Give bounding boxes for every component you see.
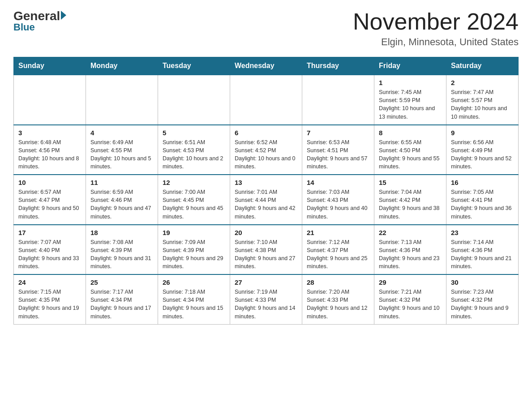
calendar-cell: 9Sunrise: 6:56 AM Sunset: 4:49 PM Daylig… [446,125,519,175]
day-info: Sunrise: 6:57 AM Sunset: 4:47 PM Dayligh… [18,188,81,221]
day-number: 10 [18,179,81,186]
day-number: 16 [451,179,514,186]
day-info: Sunrise: 7:13 AM Sunset: 4:36 PM Dayligh… [379,238,442,271]
calendar-cell [14,75,86,125]
day-number: 27 [235,278,297,286]
day-info: Sunrise: 6:51 AM Sunset: 4:53 PM Dayligh… [163,138,225,171]
calendar-body: 1Sunrise: 7:45 AM Sunset: 5:59 PM Daylig… [14,75,519,324]
day-number: 7 [307,129,369,137]
weekday-header-sunday: Sunday [14,57,86,75]
day-info: Sunrise: 6:49 AM Sunset: 4:55 PM Dayligh… [90,138,153,171]
calendar-cell: 26Sunrise: 7:18 AM Sunset: 4:34 PM Dayli… [158,274,230,324]
day-number: 18 [90,229,153,236]
day-number: 2 [451,79,514,86]
day-number: 17 [18,229,81,236]
calendar-week-row: 10Sunrise: 6:57 AM Sunset: 4:47 PM Dayli… [14,175,519,225]
day-number: 29 [379,278,442,286]
calendar-cell: 29Sunrise: 7:21 AM Sunset: 4:32 PM Dayli… [374,274,446,324]
page-header: General Blue November 2024 Elgin, Minnes… [13,9,519,48]
day-info: Sunrise: 7:04 AM Sunset: 4:42 PM Dayligh… [379,188,442,221]
day-info: Sunrise: 6:56 AM Sunset: 4:49 PM Dayligh… [451,138,514,171]
calendar-week-row: 1Sunrise: 7:45 AM Sunset: 5:59 PM Daylig… [14,75,519,125]
calendar-week-row: 24Sunrise: 7:15 AM Sunset: 4:35 PM Dayli… [14,274,519,324]
day-info: Sunrise: 7:20 AM Sunset: 4:33 PM Dayligh… [307,288,369,321]
day-number: 4 [90,129,153,137]
calendar-cell: 28Sunrise: 7:20 AM Sunset: 4:33 PM Dayli… [302,274,374,324]
weekday-header-tuesday: Tuesday [158,57,230,75]
day-info: Sunrise: 7:23 AM Sunset: 4:32 PM Dayligh… [451,288,514,321]
day-number: 30 [451,278,514,286]
day-info: Sunrise: 7:12 AM Sunset: 4:37 PM Dayligh… [307,238,369,271]
location: Elgin, Minnesota, United States [353,36,519,48]
day-number: 8 [379,129,442,137]
day-info: Sunrise: 7:01 AM Sunset: 4:44 PM Dayligh… [235,188,297,221]
day-info: Sunrise: 7:19 AM Sunset: 4:33 PM Dayligh… [235,288,297,321]
day-info: Sunrise: 7:09 AM Sunset: 4:39 PM Dayligh… [163,238,225,271]
weekday-header-monday: Monday [86,57,158,75]
calendar-cell: 14Sunrise: 7:03 AM Sunset: 4:43 PM Dayli… [302,175,374,225]
calendar-cell: 7Sunrise: 6:53 AM Sunset: 4:51 PM Daylig… [302,125,374,175]
day-number: 15 [379,179,442,186]
logo-blue: Blue [13,21,35,33]
logo: General Blue [13,9,66,33]
calendar-table: SundayMondayTuesdayWednesdayThursdayFrid… [13,57,519,325]
calendar-cell [230,75,302,125]
day-info: Sunrise: 7:00 AM Sunset: 4:45 PM Dayligh… [163,188,225,221]
day-number: 6 [235,129,297,137]
day-info: Sunrise: 7:45 AM Sunset: 5:59 PM Dayligh… [379,88,442,121]
day-number: 28 [307,278,369,286]
day-number: 9 [451,129,514,137]
day-info: Sunrise: 7:47 AM Sunset: 5:57 PM Dayligh… [451,88,514,121]
calendar-cell: 19Sunrise: 7:09 AM Sunset: 4:39 PM Dayli… [158,225,230,275]
calendar-cell: 11Sunrise: 6:59 AM Sunset: 4:46 PM Dayli… [86,175,158,225]
day-info: Sunrise: 7:03 AM Sunset: 4:43 PM Dayligh… [307,188,369,221]
calendar-cell: 12Sunrise: 7:00 AM Sunset: 4:45 PM Dayli… [158,175,230,225]
calendar-week-row: 17Sunrise: 7:07 AM Sunset: 4:40 PM Dayli… [14,225,519,275]
day-number: 24 [18,278,81,286]
logo-arrow-icon [61,11,66,20]
day-number: 21 [307,229,369,236]
day-number: 26 [163,278,225,286]
day-info: Sunrise: 6:52 AM Sunset: 4:52 PM Dayligh… [235,138,297,171]
day-number: 13 [235,179,297,186]
calendar-cell: 23Sunrise: 7:14 AM Sunset: 4:36 PM Dayli… [446,225,519,275]
day-info: Sunrise: 7:14 AM Sunset: 4:36 PM Dayligh… [451,238,514,271]
day-number: 19 [163,229,225,236]
weekday-header-wednesday: Wednesday [230,57,302,75]
calendar-cell: 8Sunrise: 6:55 AM Sunset: 4:50 PM Daylig… [374,125,446,175]
weekday-header-friday: Friday [374,57,446,75]
calendar-cell: 1Sunrise: 7:45 AM Sunset: 5:59 PM Daylig… [374,75,446,125]
calendar-cell: 16Sunrise: 7:05 AM Sunset: 4:41 PM Dayli… [446,175,519,225]
day-number: 23 [451,229,514,236]
calendar-cell [302,75,374,125]
calendar-cell: 2Sunrise: 7:47 AM Sunset: 5:57 PM Daylig… [446,75,519,125]
day-info: Sunrise: 7:07 AM Sunset: 4:40 PM Dayligh… [18,238,81,271]
calendar-cell: 5Sunrise: 6:51 AM Sunset: 4:53 PM Daylig… [158,125,230,175]
day-info: Sunrise: 6:55 AM Sunset: 4:50 PM Dayligh… [379,138,442,171]
day-number: 1 [379,79,442,86]
day-info: Sunrise: 7:15 AM Sunset: 4:35 PM Dayligh… [18,288,81,321]
calendar-cell: 30Sunrise: 7:23 AM Sunset: 4:32 PM Dayli… [446,274,519,324]
day-number: 12 [163,179,225,186]
calendar-cell: 25Sunrise: 7:17 AM Sunset: 4:34 PM Dayli… [86,274,158,324]
calendar-cell [158,75,230,125]
day-info: Sunrise: 6:53 AM Sunset: 4:51 PM Dayligh… [307,138,369,171]
calendar-cell: 27Sunrise: 7:19 AM Sunset: 4:33 PM Dayli… [230,274,302,324]
day-number: 22 [379,229,442,236]
calendar-week-row: 3Sunrise: 6:48 AM Sunset: 4:56 PM Daylig… [14,125,519,175]
calendar-cell: 15Sunrise: 7:04 AM Sunset: 4:42 PM Dayli… [374,175,446,225]
day-number: 25 [90,278,153,286]
weekday-header-row: SundayMondayTuesdayWednesdayThursdayFrid… [14,57,519,75]
day-info: Sunrise: 7:17 AM Sunset: 4:34 PM Dayligh… [90,288,153,321]
day-info: Sunrise: 7:08 AM Sunset: 4:39 PM Dayligh… [90,238,153,271]
day-number: 5 [163,129,225,137]
calendar-cell: 3Sunrise: 6:48 AM Sunset: 4:56 PM Daylig… [14,125,86,175]
calendar-cell: 10Sunrise: 6:57 AM Sunset: 4:47 PM Dayli… [14,175,86,225]
day-number: 14 [307,179,369,186]
day-info: Sunrise: 7:05 AM Sunset: 4:41 PM Dayligh… [451,188,514,221]
calendar-cell: 18Sunrise: 7:08 AM Sunset: 4:39 PM Dayli… [86,225,158,275]
calendar-cell: 17Sunrise: 7:07 AM Sunset: 4:40 PM Dayli… [14,225,86,275]
day-info: Sunrise: 7:10 AM Sunset: 4:38 PM Dayligh… [235,238,297,271]
day-number: 3 [18,129,81,137]
weekday-header-saturday: Saturday [446,57,519,75]
